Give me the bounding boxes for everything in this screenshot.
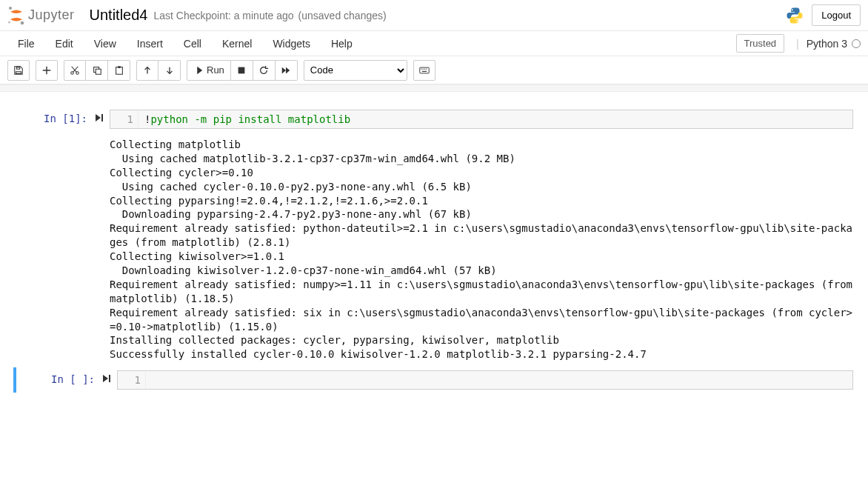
trusted-indicator[interactable]: Trusted — [736, 34, 785, 53]
paste-button[interactable] — [108, 60, 130, 81]
command-palette-button[interactable] — [413, 60, 435, 81]
run-button[interactable]: Run — [187, 60, 231, 81]
svg-rect-9 — [116, 67, 122, 74]
code-cell[interactable]: In [ ]: 1 — [13, 367, 853, 393]
prompt-area: In [ ]: — [21, 370, 117, 390]
menu-help[interactable]: Help — [321, 33, 363, 54]
copy-icon — [92, 65, 102, 76]
menu-view[interactable]: View — [84, 33, 127, 54]
code-text[interactable]: !python -m pip install matplotlib — [138, 110, 852, 128]
logout-button[interactable]: Logout — [812, 4, 861, 26]
notebook-title[interactable]: Untitled4 — [90, 7, 148, 24]
menu-edit[interactable]: Edit — [45, 33, 84, 54]
save-icon — [13, 65, 24, 76]
fast-forward-icon — [281, 65, 291, 76]
move-up-button[interactable] — [136, 60, 158, 81]
arrow-up-icon — [142, 65, 153, 76]
svg-rect-8 — [96, 69, 101, 74]
svg-point-0 — [9, 7, 12, 10]
paste-icon — [114, 65, 124, 76]
line-number: 1 — [110, 110, 138, 128]
plus-icon — [41, 65, 52, 76]
svg-rect-17 — [422, 70, 427, 71]
run-icon — [193, 65, 204, 76]
restart-run-all-button[interactable] — [276, 60, 298, 81]
prompt-area: In [1]: — [13, 110, 110, 129]
menu-cell[interactable]: Cell — [173, 33, 212, 54]
kernel-name[interactable]: Python 3 — [807, 38, 847, 50]
svg-point-3 — [792, 9, 793, 10]
svg-point-1 — [21, 21, 24, 24]
unsaved-text: (unsaved changes) — [298, 10, 387, 21]
svg-rect-14 — [423, 68, 424, 69]
jupyter-logo[interactable]: Jupyter — [7, 6, 75, 25]
container-band — [0, 84, 868, 92]
jupyter-logo-text: Jupyter — [28, 7, 75, 23]
svg-rect-11 — [238, 67, 245, 73]
code-text[interactable] — [146, 371, 852, 389]
code-cell[interactable]: In [1]: 1 !python -m pip install matplot… — [13, 107, 853, 132]
code-input[interactable]: 1 !python -m pip install matplotlib — [110, 110, 853, 129]
cell-output: Collecting matplotlib Using cached matpl… — [110, 138, 853, 361]
step-forward-icon[interactable] — [102, 373, 111, 385]
menu-file[interactable]: File — [7, 33, 45, 54]
arrow-down-icon — [164, 65, 175, 76]
add-cell-button[interactable] — [36, 60, 58, 81]
menu-insert[interactable]: Insert — [127, 33, 173, 54]
cut-icon — [70, 65, 80, 76]
menubar: File Edit View Insert Cell Kernel Widget… — [0, 31, 868, 56]
run-label: Run — [207, 64, 224, 76]
move-down-button[interactable] — [158, 60, 181, 81]
cell-type-select[interactable]: Code — [304, 60, 407, 81]
prompt-label: In [ ]: — [51, 373, 95, 385]
keyboard-icon — [419, 65, 430, 76]
interrupt-button[interactable] — [231, 60, 253, 81]
notebook-header: Jupyter Untitled4 Last Checkpoint: a min… — [0, 0, 868, 31]
copy-button[interactable] — [86, 60, 108, 81]
svg-point-4 — [797, 20, 798, 21]
jupyter-logo-icon — [7, 6, 25, 25]
svg-rect-15 — [424, 68, 425, 69]
code-input[interactable]: 1 — [117, 370, 853, 390]
svg-rect-12 — [420, 67, 429, 73]
python-icon — [785, 6, 804, 25]
checkpoint-text: Last Checkpoint: a minute ago — [153, 10, 293, 21]
cut-button[interactable] — [64, 60, 86, 81]
save-button[interactable] — [7, 60, 30, 81]
kernel-status-icon — [852, 39, 861, 48]
svg-point-2 — [8, 21, 10, 23]
restart-icon — [258, 65, 269, 76]
menu-kernel[interactable]: Kernel — [212, 33, 262, 54]
stop-icon — [236, 65, 247, 76]
notebook-container: In [1]: 1 !python -m pip install matplot… — [0, 92, 868, 393]
svg-rect-13 — [421, 68, 421, 69]
menu-widgets[interactable]: Widgets — [262, 33, 321, 54]
step-forward-icon[interactable] — [95, 113, 104, 124]
restart-button[interactable] — [253, 60, 276, 81]
svg-rect-16 — [426, 68, 427, 69]
toolbar: Run Code — [0, 56, 868, 84]
svg-rect-10 — [118, 66, 121, 68]
line-number: 1 — [118, 371, 146, 389]
prompt-label: In [1]: — [44, 113, 87, 124]
